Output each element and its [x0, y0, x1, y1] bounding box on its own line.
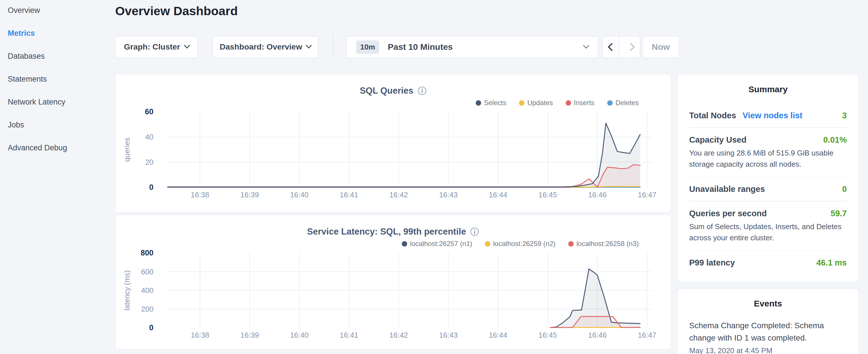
chevron-left-icon	[608, 43, 616, 51]
svg-text:600: 600	[141, 268, 153, 276]
svg-text:16:47: 16:47	[638, 191, 656, 199]
sidebar-item-overview[interactable]: Overview	[8, 6, 115, 15]
svg-text:200: 200	[141, 305, 153, 313]
summary-row-label: Total Nodes	[689, 111, 736, 120]
event-message: Schema Change Completed: Schema change w…	[689, 319, 847, 344]
svg-text:400: 400	[141, 286, 153, 294]
main-content: Overview Dashboard Graph: Cluster Dashbo…	[115, 0, 671, 354]
now-button-label: Now	[652, 42, 670, 52]
summary-row-label: P99 latency	[689, 258, 735, 267]
summary-row-p99-latency: P99 latency 46.1 ms	[689, 258, 847, 267]
sidebar-item-metrics[interactable]: Metrics	[8, 29, 115, 38]
svg-text:16:40: 16:40	[290, 191, 309, 199]
svg-text:16:39: 16:39	[241, 191, 259, 199]
svg-text:16:46: 16:46	[588, 331, 607, 339]
summary-row-value: 0.01%	[823, 135, 847, 144]
svg-text:40: 40	[145, 133, 154, 141]
chevron-right-icon	[626, 43, 634, 51]
svg-text:16:40: 16:40	[290, 331, 309, 339]
events-title: Events	[689, 299, 847, 309]
svg-text:16:41: 16:41	[340, 191, 359, 199]
summary-row-label: Unavailable ranges	[689, 185, 765, 194]
now-button[interactable]: Now	[643, 36, 679, 58]
svg-text:latency (ms): latency (ms)	[123, 270, 131, 311]
svg-text:16:44: 16:44	[489, 191, 507, 199]
svg-text:queries: queries	[123, 137, 131, 162]
app-root: OverviewMetricsDatabasesStatementsNetwor…	[0, 0, 868, 354]
svg-text:0: 0	[149, 323, 154, 332]
view-nodes-list-link[interactable]: View nodes list	[743, 111, 802, 120]
summary-row-value: 46.1 ms	[816, 258, 847, 267]
page-title: Overview Dashboard	[115, 4, 238, 18]
service-latency-chart-card: Service Latency: SQL, 99th percentile lo…	[115, 215, 671, 349]
dashboard-dropdown[interactable]: Dashboard: Overview	[213, 36, 318, 58]
chevron-down-icon	[583, 42, 589, 49]
next-time-button[interactable]	[624, 36, 640, 58]
dashboard-dropdown-label: Dashboard: Overview	[220, 42, 302, 52]
event-list-item[interactable]: Schema Change Completed: Schema change w…	[689, 319, 847, 354]
time-range-label: Past 10 Minutes	[388, 42, 580, 52]
service-latency-chart: 16:3816:3916:4016:4116:4216:4316:4416:45…	[116, 215, 671, 349]
summary-row-value: 0	[842, 185, 847, 194]
svg-text:0: 0	[149, 183, 154, 192]
svg-text:16:39: 16:39	[241, 331, 259, 339]
sql-queries-chart: 16:3816:3916:4016:4116:4216:4316:4416:45…	[116, 74, 671, 212]
chevron-down-icon	[184, 42, 190, 49]
svg-text:16:46: 16:46	[588, 191, 607, 199]
summary-title: Summary	[689, 85, 847, 94]
svg-text:16:47: 16:47	[638, 331, 656, 339]
summary-row-value: 3	[842, 111, 847, 120]
svg-text:60: 60	[145, 107, 154, 116]
svg-text:20: 20	[145, 158, 154, 166]
summary-row-queries-per-second: Queries per second 59.7 Sum of Selects, …	[689, 209, 847, 244]
event-timestamp: May 13, 2020 at 4:45 PM	[689, 346, 847, 354]
summary-row-unavailable-ranges: Unavailable ranges 0	[689, 185, 847, 194]
time-step-buttons	[602, 36, 640, 58]
divider	[689, 127, 847, 128]
divider	[689, 251, 847, 251]
divider	[689, 177, 847, 178]
svg-text:16:38: 16:38	[191, 191, 209, 199]
graph-dropdown[interactable]: Graph: Cluster	[115, 36, 198, 58]
svg-text:16:45: 16:45	[538, 331, 557, 339]
events-panel: Events Schema Change Completed: Schema c…	[677, 289, 859, 354]
svg-text:16:43: 16:43	[439, 191, 458, 199]
summary-row-label: Capacity Used	[689, 135, 746, 144]
sidebar-item-jobs[interactable]: Jobs	[8, 120, 115, 129]
sql-queries-chart-card: SQL Queries SelectsUpdatesInsertsDeletes…	[115, 74, 671, 213]
summary-panel: Summary Total Nodes View nodes list 3 Ca…	[677, 74, 859, 282]
toolbar: Graph: Cluster Dashboard: Overview 10m P…	[115, 36, 680, 58]
time-range-badge: 10m	[356, 40, 379, 54]
svg-text:16:43: 16:43	[439, 331, 458, 339]
sidebar-list: OverviewMetricsDatabasesStatementsNetwor…	[8, 6, 115, 152]
graph-dropdown-label: Graph: Cluster	[124, 42, 180, 52]
prev-time-button[interactable]	[602, 36, 619, 58]
summary-row-description: You are using 28.6 MiB of 515.9 GiB usab…	[689, 148, 847, 170]
sidebar-item-statements[interactable]: Statements	[8, 74, 115, 84]
svg-text:16:42: 16:42	[390, 191, 408, 199]
sidebar-item-advanced-debug[interactable]: Advanced Debug	[8, 143, 115, 152]
svg-text:800: 800	[141, 249, 154, 257]
svg-text:16:42: 16:42	[390, 331, 408, 339]
summary-row-total-nodes: Total Nodes View nodes list 3	[689, 111, 847, 120]
summary-row-capacity-used: Capacity Used 0.01% You are using 28.6 M…	[689, 135, 847, 170]
sidebar-item-databases[interactable]: Databases	[8, 52, 115, 61]
svg-text:16:45: 16:45	[538, 191, 557, 199]
sidebar-nav: OverviewMetricsDatabasesStatementsNetwor…	[0, 0, 115, 354]
summary-row-description: Sum of Selects, Updates, Inserts, and De…	[689, 221, 847, 244]
divider	[689, 201, 847, 202]
svg-text:16:44: 16:44	[489, 331, 507, 339]
summary-row-label: Queries per second	[689, 209, 767, 218]
svg-text:16:41: 16:41	[340, 331, 359, 339]
svg-text:16:38: 16:38	[191, 331, 209, 339]
sidebar-item-network-latency[interactable]: Network Latency	[8, 97, 115, 106]
time-range-select[interactable]: 10m Past 10 Minutes	[346, 36, 598, 58]
summary-row-value: 59.7	[831, 209, 847, 218]
toolbar-divider	[333, 36, 334, 58]
chevron-down-icon	[306, 42, 312, 49]
